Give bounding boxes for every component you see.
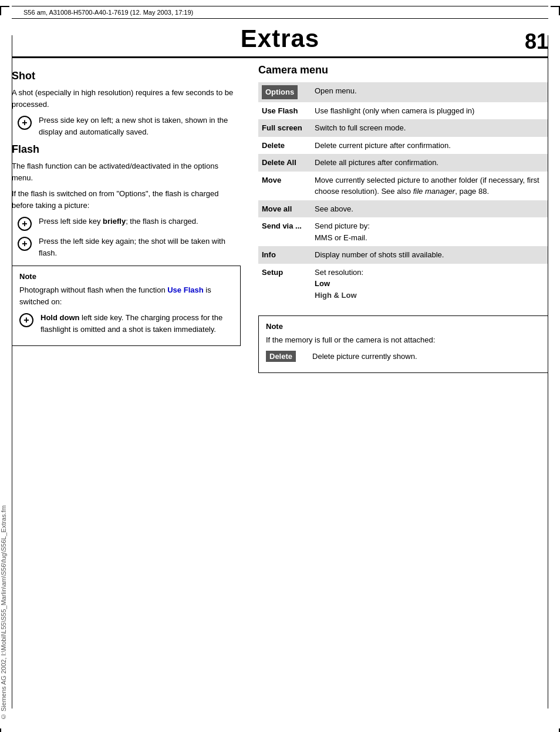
flash-icon-row-2: + Press the left side key again; the sho… (18, 236, 241, 258)
corner-br (551, 728, 560, 732)
menu-key-use-flash: Use Flash (258, 102, 311, 120)
resolution-high: High & Low (315, 290, 545, 301)
right-margin-line (548, 35, 548, 709)
use-flash-link: Use Flash (167, 286, 203, 294)
table-row: Setup Set resolution: Low High & Low (258, 264, 548, 304)
camera-note-delete-action: Delete picture currently shown. (312, 352, 417, 361)
right-column: Camera menu Options Open menu. Use Flash… (258, 64, 548, 380)
briefly-text: briefly (103, 217, 126, 226)
camera-note-body-text: If the memory is full or the camera is n… (266, 335, 435, 344)
menu-key-info: Info (258, 246, 311, 264)
flash-note-title: Note (19, 272, 233, 281)
menu-key-move-all: Move all (258, 200, 311, 218)
shot-circle-icon: + (18, 116, 32, 130)
hold-down-text: Hold down (41, 313, 79, 322)
table-row: Move Move currently selected picture to … (258, 172, 548, 200)
shot-icon-row: + Press side key on left; a new shot is … (18, 115, 241, 137)
footer-copyright: © Siemens AG 2002, I:\Mobil\L55\S55_Marl… (0, 505, 12, 720)
table-row: Delete All Delete all pictures after con… (258, 154, 548, 172)
page: S56 am, A31008-H5700-A40-1-7619 (12. May… (0, 6, 560, 732)
table-row: Delete Delete current picture after conf… (258, 137, 548, 155)
flash-note-icon-text: Hold down left side key. The charging pr… (41, 312, 233, 335)
menu-value-send-via: Send picture by:MMS or E-mail. (311, 217, 548, 246)
corner-tl (0, 6, 9, 15)
menu-value-setup: Set resolution: Low High & Low (311, 264, 548, 304)
flash-icon1-end: ; the flash is charged. (126, 217, 198, 226)
menu-key-delete-all: Delete All (258, 154, 311, 172)
left-column: Shot A shot (especially in high resoluti… (12, 64, 241, 380)
menu-key-options: Options (258, 82, 311, 102)
menu-key-setup: Setup (258, 264, 311, 304)
menu-value-info: Display number of shots still available. (311, 246, 548, 264)
flash-circle-icon-2: + (18, 237, 32, 251)
flash-icon-text-2: Press the left side key again; the shot … (39, 236, 241, 258)
menu-key-full-screen: Full screen (258, 119, 311, 137)
header-text: S56 am, A31008-H5700-A40-1-7619 (12. May… (23, 9, 193, 16)
camera-menu-table: Options Open menu. Use Flash Use flashli… (258, 82, 548, 304)
menu-value-move-all: See above. (311, 200, 548, 218)
menu-value-delete: Delete current picture after confirmatio… (311, 137, 548, 155)
file-manager-link: file manager (413, 187, 456, 196)
shot-title: Shot (12, 70, 241, 82)
flash-note-body: Photograph without flash when the functi… (19, 284, 233, 307)
menu-key-delete: Delete (258, 137, 311, 155)
flash-title: Flash (12, 143, 241, 156)
resolution-low: Low (315, 278, 545, 290)
flash-body1: The flash function can be activated/deac… (12, 160, 241, 183)
menu-value-delete-all: Delete all pictures after confirmation. (311, 154, 548, 172)
table-row: Full screen Switch to full screen mode. (258, 119, 548, 137)
menu-value-full-screen: Switch to full screen mode. (311, 119, 548, 137)
flash-circle-icon-1: + (18, 217, 32, 231)
menu-key-send-via: Send via ... (258, 217, 311, 246)
flash-icon-text-1: Press left side key briefly; the flash i… (39, 216, 241, 227)
flash-note-box: Note Photograph without flash when the f… (12, 266, 241, 346)
page-title-area: Extras 81 (12, 19, 548, 58)
corner-bl (0, 728, 9, 732)
table-row: Send via ... Send picture by:MMS or E-ma… (258, 217, 548, 246)
flash-note-icon-row: + Hold down left side key. The charging … (19, 312, 233, 335)
flash-note-body1: Photograph without flash when the functi… (19, 286, 167, 294)
camera-note-body: If the memory is full or the camera is n… (266, 334, 541, 346)
header-bar: S56 am, A31008-H5700-A40-1-7619 (12. May… (12, 6, 548, 19)
camera-note-title: Note (266, 322, 541, 331)
left-margin-line (12, 35, 12, 709)
shot-icon-text: Press side key on left; a new shot is ta… (39, 115, 241, 137)
camera-menu-title: Camera menu (258, 64, 548, 76)
page-title: Extras (23, 25, 537, 53)
menu-value-use-flash: Use flashlight (only when camera is plug… (311, 102, 548, 120)
menu-key-move: Move (258, 172, 311, 200)
table-row: Options Open menu. (258, 82, 548, 102)
table-row: Move all See above. (258, 200, 548, 218)
page-number: 81 (525, 29, 548, 54)
flash-note-circle-icon: + (19, 313, 33, 327)
content-area: Shot A shot (especially in high resoluti… (0, 64, 560, 380)
flash-body2: If the flash is switched on from "Option… (12, 188, 241, 211)
menu-value-move: Move currently selected picture to anoth… (311, 172, 548, 200)
camera-note-delete-button[interactable]: Delete (266, 351, 296, 362)
table-row: Info Display number of shots still avail… (258, 246, 548, 264)
camera-note-box: Note If the memory is full or the camera… (258, 315, 548, 373)
options-button[interactable]: Options (262, 85, 298, 99)
camera-note-delete-row: Delete Delete picture currently shown. (266, 351, 541, 362)
table-row: Use Flash Use flashlight (only when came… (258, 102, 548, 120)
shot-body: A shot (especially in high resolution) r… (12, 87, 241, 110)
menu-value-options: Open menu. (311, 82, 548, 102)
corner-tr (551, 6, 560, 15)
flash-icon-row-1: + Press left side key briefly; the flash… (18, 216, 241, 231)
